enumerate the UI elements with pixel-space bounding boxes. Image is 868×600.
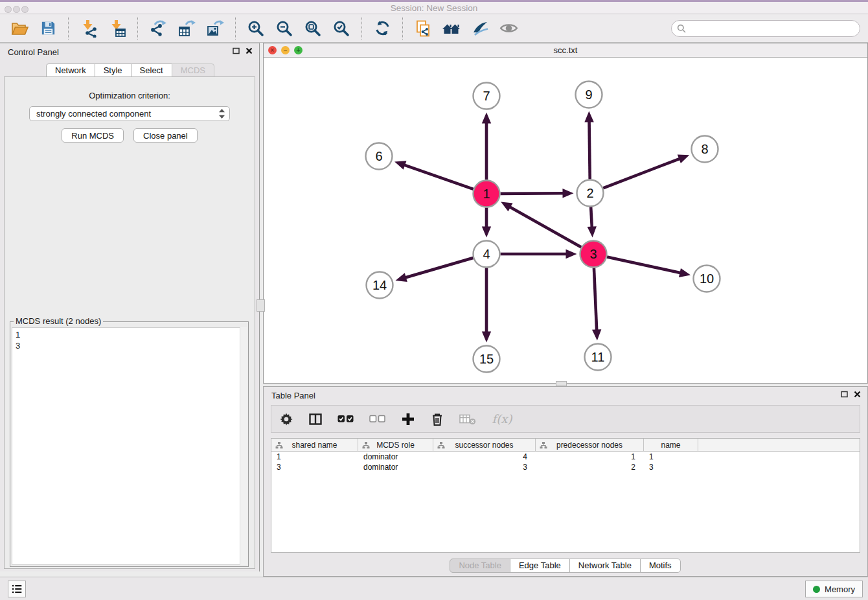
horizontal-splitter-handle[interactable] [556, 381, 567, 386]
clone-network-icon[interactable] [413, 19, 433, 38]
network-window-titlebar[interactable]: × – + scc.txt [264, 43, 867, 58]
table-tab-motifs[interactable]: Motifs [640, 559, 681, 573]
graph-edge-arrowhead [584, 111, 593, 122]
graph-node-label: 15 [479, 352, 494, 366]
graph-edge-1-2[interactable] [500, 193, 565, 194]
mcds-result-title: MCDS result (2 nodes) [14, 316, 103, 326]
column-layout-icon[interactable] [307, 411, 324, 428]
toolbar-separator [235, 17, 236, 40]
show-hide-icon[interactable] [499, 19, 518, 38]
network-view-window: × – + scc.txt 1234678910111415 [263, 43, 868, 384]
column-header-shared-name[interactable]: shared name [271, 439, 358, 451]
column-type-icon [540, 441, 547, 451]
select-all-icon[interactable] [336, 411, 356, 428]
zoom-out-icon[interactable] [275, 19, 294, 38]
zoom-in-icon[interactable] [246, 19, 266, 38]
optimization-select[interactable]: strongly connected component [29, 106, 230, 121]
column-type-icon [362, 441, 370, 451]
table-tab-network-table[interactable]: Network Table [569, 559, 641, 573]
graph-node-label: 14 [372, 278, 387, 292]
control-tab-mcds[interactable]: MCDS [172, 63, 214, 77]
table-cell: dominator [358, 462, 433, 472]
graph-edge-3-1[interactable] [508, 206, 582, 248]
memory-label: Memory [825, 584, 855, 594]
export-network-icon[interactable] [148, 19, 168, 38]
graph-edge-arrowhead [395, 273, 407, 282]
column-header-name[interactable]: name [644, 439, 698, 451]
import-network-icon[interactable] [79, 19, 98, 38]
vertical-splitter-handle[interactable] [257, 299, 265, 312]
network-title: scc.txt [264, 45, 867, 55]
delete-table-icon[interactable] [458, 411, 477, 428]
graph-node-label: 11 [591, 350, 605, 364]
graph-node-label: 4 [483, 247, 490, 261]
graph-node-label: 2 [586, 186, 593, 200]
mcds-result-line: 3 [16, 340, 243, 351]
mcds-result-list[interactable]: 13 [12, 327, 247, 565]
home-icon[interactable] [442, 19, 461, 38]
graph-edge-arrowhead [592, 329, 601, 340]
select-spinner-icon [218, 108, 225, 119]
search-icon [677, 24, 686, 33]
float-panel-icon[interactable] [233, 47, 240, 54]
graph-edge-2-8[interactable] [603, 158, 681, 188]
column-header-MCDS-role[interactable]: MCDS role [358, 439, 433, 451]
graph-edge-3-11[interactable] [594, 268, 597, 332]
control-tab-select[interactable]: Select [131, 63, 172, 77]
graph-node-label: 7 [483, 89, 490, 103]
status-bar: Memory [0, 577, 868, 600]
graph-edge-arrowhead [566, 249, 577, 259]
graph-edge-2-9[interactable] [589, 119, 590, 179]
save-session-icon[interactable] [38, 19, 58, 38]
delete-column-trash-icon[interactable] [429, 411, 446, 428]
close-panel-button[interactable]: Close panel [133, 128, 198, 143]
control-panel-title: Control Panel [8, 47, 59, 57]
graph-node-label: 1 [483, 187, 490, 201]
memory-button[interactable]: Memory [805, 581, 863, 597]
task-history-button[interactable] [8, 581, 26, 597]
import-table-icon[interactable] [108, 19, 127, 38]
control-tab-style[interactable]: Style [95, 63, 131, 77]
refresh-icon[interactable] [372, 19, 392, 38]
column-header-predecessor-nodes[interactable]: predecessor nodes [536, 439, 644, 451]
result-scrollbar[interactable] [240, 327, 247, 565]
graph-edge-arrowhead [588, 226, 597, 237]
zoom-fit-icon[interactable] [303, 19, 323, 38]
graph-edge-2-3[interactable] [591, 207, 592, 229]
export-image-icon[interactable] [205, 19, 225, 38]
graph-edge-1-6[interactable] [402, 165, 473, 189]
float-panel-icon[interactable] [841, 391, 848, 398]
function-builder-icon[interactable]: f(x) [490, 411, 514, 428]
table-toolbar: f(x) [271, 405, 860, 433]
graph-node-label: 3 [589, 247, 597, 261]
graph-edge-3-10[interactable] [607, 257, 682, 273]
table-settings-gear-icon[interactable] [278, 411, 295, 428]
export-table-icon[interactable] [177, 19, 196, 38]
search-box[interactable] [671, 20, 860, 37]
graph-edge-arrowhead [394, 161, 406, 170]
column-header-successor-nodes[interactable]: successor nodes [433, 439, 536, 451]
search-input[interactable] [689, 23, 854, 34]
close-panel-icon[interactable] [246, 47, 253, 54]
control-tab-network[interactable]: Network [46, 63, 95, 77]
graph-node-label: 9 [585, 87, 592, 102]
graph-edge-arrowhead [482, 227, 491, 238]
table-row[interactable]: 1dominator411 [271, 452, 860, 462]
run-mcds-button[interactable]: Run MCDS [62, 128, 124, 143]
table-row[interactable]: 3dominator323 [271, 462, 860, 472]
deselect-all-icon[interactable] [368, 411, 387, 428]
close-panel-icon[interactable] [854, 391, 861, 398]
graph-edge-4-14[interactable] [404, 258, 473, 278]
open-file-icon[interactable] [10, 19, 29, 38]
column-type-icon [437, 441, 445, 451]
table-panel: Table Panel [263, 386, 868, 577]
table-body: 1dominator4113dominator323 [271, 452, 860, 472]
mcds-result-line: 1 [16, 329, 243, 340]
network-canvas[interactable]: 1234678910111415 [264, 58, 867, 383]
table-tab-edge-table[interactable]: Edge Table [510, 559, 570, 573]
style-brush-icon[interactable] [470, 19, 490, 38]
add-column-icon[interactable] [400, 411, 417, 428]
table-tab-node-table[interactable]: Node Table [450, 559, 510, 573]
zoom-selected-icon[interactable] [332, 19, 351, 38]
control-panel: Control Panel NetworkStyleSelectMCDS Opt… [0, 43, 260, 571]
